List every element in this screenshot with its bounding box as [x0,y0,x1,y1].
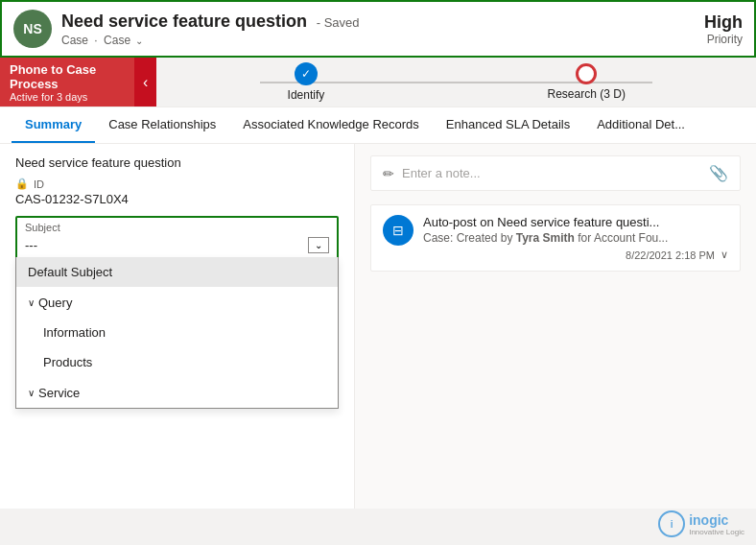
pencil-icon: ✏ [383,166,394,181]
right-panel: ✏ Enter a note... 📎 ⊟ Auto-post on Need … [355,144,756,509]
chevron-down-icon: ∨ [28,297,35,308]
note-input-area[interactable]: ✏ Enter a note... 📎 [370,155,741,191]
activity-content: Auto-post on Need service feature questi… [423,215,728,261]
attach-icon[interactable]: 📎 [709,164,728,182]
breadcrumb: Case · Case ⌄ [61,34,360,47]
case-title-field: Need service feature question [15,155,339,170]
tab-sla-details[interactable]: Enhanced SLA Details [433,107,583,143]
activity-timestamp: 8/22/2021 2:18 PM [626,249,715,261]
activity-icon: ⊟ [383,215,413,246]
tab-additional-det[interactable]: Additional Det... [583,107,698,143]
dropdown-item-query[interactable]: ∨ Query [16,287,338,318]
priority-area: High Priority [704,12,743,46]
process-active-days: Active for 3 days [10,91,125,103]
subject-select[interactable]: --- ⌄ [17,233,337,257]
activity-expand-icon[interactable]: ∨ [721,249,728,261]
header: NS Need service feature question - Saved… [0,0,756,58]
breadcrumb-case2-link[interactable]: Case [104,34,130,47]
tab-summary[interactable]: Summary [12,107,95,143]
dropdown-item-information[interactable]: Information [16,318,338,347]
header-info: Need service feature question - Saved Ca… [61,12,360,47]
avatar: NS [13,10,52,48]
subject-dropdown-list: Default Subject ∨ Query Information Prod… [15,257,339,409]
tab-knowledge-records[interactable]: Associated Knowledge Records [229,107,433,143]
subject-dropdown-chevron-icon[interactable]: ⌄ [308,237,329,253]
activity-author: Tyra Smith [516,231,575,245]
case-icon: ⊟ [392,223,404,238]
process-label: Phone to Case Process Active for 3 days [0,58,134,107]
main-content: Need service feature question 🔒 ID CAS-0… [0,144,756,509]
step-research: Research (3 D) [548,63,626,101]
activity-item: ⊟ Auto-post on Need service feature ques… [370,204,741,272]
header-left: NS Need service feature question - Saved… [13,10,360,48]
dropdown-item-service[interactable]: ∨ Service [16,377,338,408]
process-title: Phone to Case Process [10,62,125,91]
subject-container: Subject --- ⌄ Default Subject ∨ Query In… [15,216,339,259]
priority-sub-label: Priority [704,33,743,46]
header-title-row: Need service feature question - Saved [61,12,360,32]
activity-subtitle: Case: Created by Tyra Smith for Account … [423,231,728,245]
saved-status: - Saved [317,15,360,30]
id-value: CAS-01232-S7L0X4 [15,192,339,206]
activity-title: Auto-post on Need service feature questi… [423,215,728,229]
id-label: 🔒 ID [15,178,339,190]
left-panel: Need service feature question 🔒 ID CAS-0… [0,144,355,509]
step-research-circle [576,63,597,84]
subject-label: Subject [17,218,337,233]
step-identify-circle: ✓ [295,62,318,85]
page-title: Need service feature question [61,12,307,31]
subject-current-value: --- [25,238,37,252]
dropdown-item-products[interactable]: Products [16,347,338,377]
process-steps: ✓ Identify Research (3 D) [156,62,756,102]
breadcrumb-case-link[interactable]: Case [61,34,88,47]
chevron-down-icon-service: ∨ [28,388,35,398]
process-back-button[interactable]: ‹ [134,58,156,107]
step-research-label: Research (3 D) [548,87,626,101]
priority-value: High [704,12,743,33]
step-identify: ✓ Identify [288,62,325,102]
tab-case-relationships[interactable]: Case Relationships [95,107,229,143]
step-identify-label: Identify [288,88,325,102]
activity-meta: 8/22/2021 2:18 PM ∨ [423,249,728,261]
breadcrumb-chevron-icon[interactable]: ⌄ [135,36,143,46]
dropdown-item-default-subject[interactable]: Default Subject [16,257,338,287]
note-placeholder-text: Enter a note... [402,166,701,180]
process-bar: Phone to Case Process Active for 3 days … [0,58,756,107]
nav-tabs: Summary Case Relationships Associated Kn… [0,107,756,144]
lock-icon: 🔒 [15,178,29,190]
